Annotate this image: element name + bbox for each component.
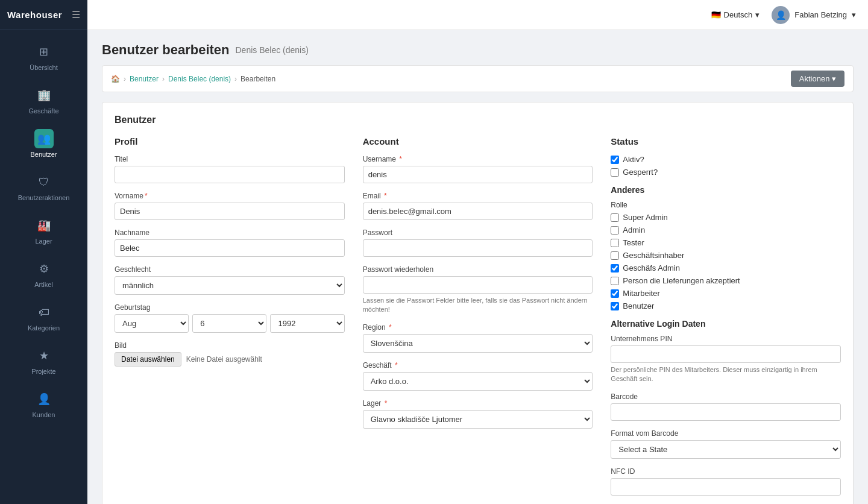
sidebar-icon-kunden: 👤 <box>37 392 51 406</box>
role-label-4[interactable]: Geschäfs Admin <box>623 263 680 272</box>
passwort-input[interactable] <box>363 239 593 257</box>
gesperrt-checkbox[interactable] <box>611 168 619 177</box>
flag-icon: 🇩🇪 <box>711 10 721 19</box>
aktiv-checkbox[interactable] <box>611 156 619 164</box>
role-checkbox-0[interactable] <box>611 213 619 222</box>
sidebar-item-benutzeraktionen[interactable]: 🛡 Benutzeraktionen <box>0 165 87 209</box>
nachname-group: Nachname <box>115 228 345 257</box>
role-label-3[interactable]: Geschäftsinhaber <box>623 251 684 260</box>
passwort-label: Passwort <box>363 228 593 237</box>
sidebar-icon-wrap-uebersicht: ⊞ <box>34 42 54 61</box>
role-check-group-0: Super Admin <box>611 213 841 222</box>
barcode-group: Barcode <box>611 392 841 421</box>
role-checkbox-6[interactable] <box>611 289 619 298</box>
file-choose-button[interactable]: Datei auswählen <box>115 352 181 367</box>
birth-year-select[interactable]: 1992 <box>270 314 344 333</box>
titel-input[interactable] <box>115 166 345 183</box>
breadcrumb-sep-3: › <box>234 75 237 83</box>
sidebar-item-uebersicht[interactable]: ⊞ Übersicht <box>0 35 87 78</box>
titel-group: Titel <box>115 155 345 183</box>
unternehmens-pin-input[interactable] <box>611 345 841 363</box>
birthday-row: AugJanFebMar AprMayJunJul SepOctNovDec 6… <box>115 314 345 333</box>
bild-label: Bild <box>115 341 345 350</box>
role-label-7[interactable]: Benutzer <box>623 301 654 310</box>
sidebar-item-projekte[interactable]: ★ Projekte <box>0 339 87 382</box>
home-icon: 🏠 <box>111 75 120 83</box>
breadcrumb-row: 🏠 › Benutzer › Denis Belec (denis) › Bea… <box>102 65 854 92</box>
sidebar-item-geschaefte[interactable]: 🏢 Geschäfte <box>0 78 87 122</box>
profil-column: Profil Titel Vorname* Nachname <box>115 136 345 504</box>
passwort-wdh-input[interactable] <box>363 276 593 294</box>
main-area: 🇩🇪 Deutsch ▾ 👤 Fabian Betzing ▾ Benutzer… <box>87 0 868 504</box>
sidebar-item-artikel[interactable]: ⚙ Artikel <box>0 252 87 295</box>
bild-group: Bild Datei auswählen Keine Datei ausgewä… <box>115 341 345 367</box>
sidebar: Warehouser ☰ ⊞ Übersicht 🏢 Geschäfte 👥 B… <box>0 0 87 504</box>
gesperrt-check-group: Gesperrt? <box>611 168 841 177</box>
email-input[interactable] <box>363 203 593 220</box>
breadcrumb-benutzer[interactable]: Benutzer <box>130 75 159 83</box>
language-label: Deutsch <box>724 10 753 19</box>
role-checkbox-2[interactable] <box>611 239 619 247</box>
status-column: Status Aktiv? Gesperrt? Anderes Rolle <box>611 136 841 504</box>
user-menu[interactable]: 👤 Fabian Betzing ▾ <box>772 6 856 24</box>
barcode-input[interactable] <box>611 403 841 421</box>
birth-day-select[interactable]: 6 <box>192 314 266 333</box>
language-selector[interactable]: 🇩🇪 Deutsch ▾ <box>711 10 760 19</box>
vorname-input[interactable] <box>115 203 345 220</box>
geschaeft-label: Geschäft * <box>363 361 593 370</box>
sidebar-nav: ⊞ Übersicht 🏢 Geschäfte 👥 Benutzer 🛡 Ben… <box>0 30 87 426</box>
region-select[interactable]: Slovenščina <box>363 334 593 353</box>
user-name: Fabian Betzing <box>794 10 847 19</box>
geschaeft-group: Geschäft * Arko d.o.o. <box>363 361 593 391</box>
hamburger-icon[interactable]: ☰ <box>72 9 80 20</box>
sidebar-icon-uebersicht: ⊞ <box>39 45 48 58</box>
role-checkbox-5[interactable] <box>611 277 619 285</box>
geschaeft-select[interactable]: Arko d.o.o. <box>363 372 593 391</box>
nfc-id-label: NFC ID <box>611 467 841 476</box>
sidebar-label-lager: Lager <box>35 238 52 245</box>
aktionen-button[interactable]: Aktionen ▾ <box>791 71 844 87</box>
aktiv-label[interactable]: Aktiv? <box>623 155 644 164</box>
sidebar-icon-geschaefte: 🏢 <box>37 89 51 102</box>
sidebar-item-kategorien[interactable]: 🏷 Kategorien <box>0 295 87 339</box>
sidebar-icon-projekte: ★ <box>39 349 49 362</box>
format-barcode-select[interactable]: Select a State <box>611 440 841 459</box>
role-checkbox-1[interactable] <box>611 226 619 235</box>
gesperrt-label[interactable]: Gesperrt? <box>623 168 658 177</box>
nachname-input[interactable] <box>115 239 345 257</box>
app-logo: Warehouser <box>7 10 62 20</box>
anderes-title: Anderes <box>611 185 841 195</box>
passwort-group: Passwort <box>363 228 593 257</box>
email-group: Email * <box>363 192 593 220</box>
role-label-1[interactable]: Admin <box>623 225 645 235</box>
nfc-id-input[interactable] <box>611 478 841 496</box>
geschlecht-select[interactable]: männlich weiblich divers <box>115 276 345 295</box>
sidebar-icon-wrap-kunden: 👤 <box>34 389 54 409</box>
breadcrumb-denis[interactable]: Denis Belec (denis) <box>168 75 231 83</box>
breadcrumb-sep-1: › <box>124 75 126 83</box>
role-checkbox-3[interactable] <box>611 251 619 260</box>
sidebar-label-kunden: Kunden <box>33 411 55 418</box>
role-check-group-6: Mitarbeiter <box>611 289 841 298</box>
sidebar-item-kunden[interactable]: 👤 Kunden <box>0 382 87 426</box>
role-label-0[interactable]: Super Admin <box>623 213 667 222</box>
role-label-5[interactable]: Person die Lieferungen akzeptiert <box>623 276 740 285</box>
sidebar-icon-lager: 🏭 <box>37 219 51 232</box>
username-input[interactable] <box>363 166 593 183</box>
role-label-6[interactable]: Mitarbeiter <box>623 289 659 298</box>
lager-label: Lager * <box>363 399 593 408</box>
sidebar-item-benutzer[interactable]: 👥 Benutzer <box>0 122 87 165</box>
role-checkbox-4[interactable] <box>611 264 619 272</box>
birth-month-select[interactable]: AugJanFebMar AprMayJunJul SepOctNovDec <box>115 314 189 333</box>
topbar: 🇩🇪 Deutsch ▾ 👤 Fabian Betzing ▾ <box>87 0 868 30</box>
role-checkbox-7[interactable] <box>611 302 619 310</box>
sidebar-icon-wrap-kategorien: 🏷 <box>34 303 54 322</box>
role-check-group-7: Benutzer <box>611 301 841 310</box>
sidebar-item-lager[interactable]: 🏭 Lager <box>0 209 87 252</box>
account-column: Account Username * Email * <box>363 136 593 504</box>
lager-select[interactable]: Glavno skladišče Ljutomer <box>363 410 593 429</box>
role-label-2[interactable]: Tester <box>623 238 644 247</box>
nachname-label: Nachname <box>115 228 345 237</box>
sidebar-label-benutzer: Benutzer <box>30 151 57 158</box>
rolle-label: Rolle <box>611 201 841 209</box>
